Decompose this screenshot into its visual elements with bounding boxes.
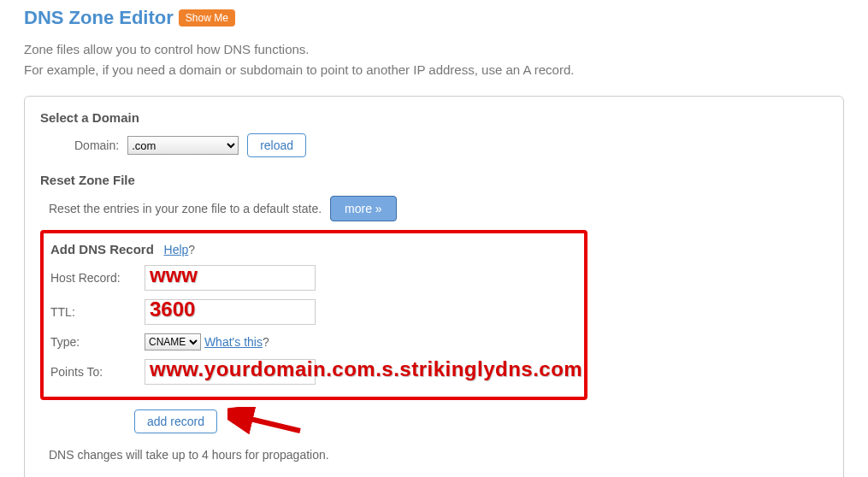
arrow-icon bbox=[227, 407, 304, 436]
select-domain-heading: Select a Domain bbox=[40, 110, 828, 125]
host-record-input[interactable] bbox=[145, 265, 316, 291]
propagation-note: DNS changes will take up to 4 hours for … bbox=[49, 448, 828, 462]
more-button[interactable]: more » bbox=[330, 196, 397, 221]
host-record-label: Host Record: bbox=[50, 271, 145, 285]
domain-label: Domain: bbox=[74, 138, 119, 152]
add-dns-record-highlight: Add DNS Record Help? Host Record: www TT… bbox=[40, 230, 588, 400]
show-me-button[interactable]: Show Me bbox=[179, 9, 235, 26]
reload-button[interactable]: reload bbox=[247, 133, 306, 157]
reset-zone-heading: Reset Zone File bbox=[40, 173, 828, 187]
page-title: DNS Zone Editor bbox=[24, 7, 174, 29]
intro-line2: For example, if you need a domain or sub… bbox=[24, 60, 844, 80]
help-link[interactable]: Help bbox=[164, 243, 189, 256]
reset-zone-description: Reset the entries in your zone file to a… bbox=[49, 202, 322, 215]
svg-line-0 bbox=[243, 417, 300, 431]
whats-this-question: ? bbox=[263, 335, 269, 349]
ttl-label: TTL: bbox=[50, 305, 145, 319]
intro-line1: Zone files allow you to control how DNS … bbox=[24, 39, 844, 60]
zone-panel: Select a Domain Domain: .com reload Rese… bbox=[24, 96, 844, 477]
add-record-button[interactable]: add record bbox=[134, 409, 217, 433]
ttl-input[interactable] bbox=[145, 299, 316, 325]
domain-select[interactable]: .com bbox=[127, 136, 239, 155]
whats-this-link[interactable]: What's this bbox=[204, 335, 263, 349]
points-to-input[interactable] bbox=[145, 359, 316, 385]
add-dns-record-heading: Add DNS Record bbox=[50, 242, 154, 256]
points-to-label: Points To: bbox=[50, 365, 145, 379]
help-question: ? bbox=[188, 243, 195, 256]
intro-text: Zone files allow you to control how DNS … bbox=[24, 39, 844, 80]
type-label: Type: bbox=[50, 335, 145, 349]
type-select[interactable]: CNAME bbox=[145, 333, 201, 350]
